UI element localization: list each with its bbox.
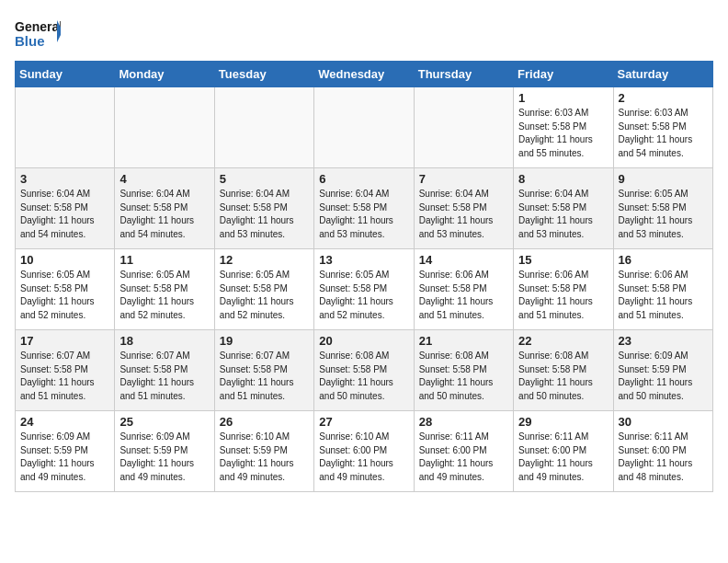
calendar-cell: 9 Sunrise: 6:05 AM Sunset: 5:58 PM Dayli… [613,168,712,249]
calendar-cell: 15 Sunrise: 6:06 AM Sunset: 5:58 PM Dayl… [514,249,613,330]
calendar-cell: 16 Sunrise: 6:06 AM Sunset: 5:58 PM Dayl… [613,249,712,330]
day-number: 6 [319,172,408,186]
calendar-cell [314,87,414,168]
day-info: Sunrise: 6:04 AM Sunset: 5:58 PM Dayligh… [319,188,408,241]
day-info: Sunrise: 6:04 AM Sunset: 5:58 PM Dayligh… [518,188,608,241]
day-info: Sunrise: 6:10 AM Sunset: 6:00 PM Dayligh… [319,431,408,484]
week-row-2: 3 Sunrise: 6:04 AM Sunset: 5:58 PM Dayli… [16,168,713,249]
day-number: 19 [220,334,309,348]
day-number: 18 [119,334,209,348]
day-info: Sunrise: 6:04 AM Sunset: 5:58 PM Dayligh… [419,188,508,241]
day-info: Sunrise: 6:05 AM Sunset: 5:58 PM Dayligh… [119,269,209,322]
col-header-thursday: Thursday [414,62,513,87]
calendar-cell: 4 Sunrise: 6:04 AM Sunset: 5:58 PM Dayli… [115,168,214,249]
day-number: 26 [220,415,309,429]
day-number: 14 [419,253,508,267]
day-info: Sunrise: 6:11 AM Sunset: 6:00 PM Dayligh… [518,431,608,484]
day-info: Sunrise: 6:09 AM Sunset: 5:59 PM Dayligh… [20,431,109,484]
calendar-cell: 23 Sunrise: 6:09 AM Sunset: 5:59 PM Dayl… [613,330,712,411]
day-number: 5 [220,172,309,186]
day-number: 9 [619,172,708,186]
calendar-table: SundayMondayTuesdayWednesdayThursdayFrid… [15,61,713,492]
calendar-cell: 30 Sunrise: 6:11 AM Sunset: 6:00 PM Dayl… [613,411,712,492]
day-number: 27 [319,415,408,429]
day-number: 30 [619,415,708,429]
day-info: Sunrise: 6:07 AM Sunset: 5:58 PM Dayligh… [119,350,209,403]
calendar-cell: 2 Sunrise: 6:03 AM Sunset: 5:58 PM Dayli… [613,87,712,168]
col-header-wednesday: Wednesday [314,62,414,87]
day-number: 11 [119,253,209,267]
day-info: Sunrise: 6:11 AM Sunset: 6:00 PM Dayligh… [619,431,708,484]
col-header-saturday: Saturday [613,62,712,87]
day-info: Sunrise: 6:11 AM Sunset: 6:00 PM Dayligh… [419,431,508,484]
calendar-cell [16,87,115,168]
week-row-1: 1 Sunrise: 6:03 AM Sunset: 5:58 PM Dayli… [16,87,713,168]
calendar-cell: 21 Sunrise: 6:08 AM Sunset: 5:58 PM Dayl… [414,330,513,411]
day-number: 4 [119,172,209,186]
calendar-cell: 22 Sunrise: 6:08 AM Sunset: 5:58 PM Dayl… [514,330,613,411]
day-number: 10 [20,253,109,267]
day-number: 17 [20,334,109,348]
day-number: 24 [20,415,109,429]
calendar-cell: 20 Sunrise: 6:08 AM Sunset: 5:58 PM Dayl… [314,330,414,411]
day-number: 7 [419,172,508,186]
calendar-cell: 10 Sunrise: 6:05 AM Sunset: 5:58 PM Dayl… [16,249,115,330]
day-info: Sunrise: 6:08 AM Sunset: 5:58 PM Dayligh… [518,350,608,403]
day-number: 15 [518,253,608,267]
day-number: 1 [518,91,608,105]
day-info: Sunrise: 6:08 AM Sunset: 5:58 PM Dayligh… [419,350,508,403]
week-row-3: 10 Sunrise: 6:05 AM Sunset: 5:58 PM Dayl… [16,249,713,330]
calendar-cell: 19 Sunrise: 6:07 AM Sunset: 5:58 PM Dayl… [214,330,313,411]
day-info: Sunrise: 6:04 AM Sunset: 5:58 PM Dayligh… [20,188,109,241]
header-row: SundayMondayTuesdayWednesdayThursdayFrid… [16,62,713,87]
col-header-friday: Friday [514,62,613,87]
day-number: 20 [319,334,408,348]
week-row-4: 17 Sunrise: 6:07 AM Sunset: 5:58 PM Dayl… [16,330,713,411]
calendar-cell: 29 Sunrise: 6:11 AM Sunset: 6:00 PM Dayl… [514,411,613,492]
day-info: Sunrise: 6:05 AM Sunset: 5:58 PM Dayligh… [20,269,109,322]
day-info: Sunrise: 6:07 AM Sunset: 5:58 PM Dayligh… [220,350,309,403]
calendar-cell: 5 Sunrise: 6:04 AM Sunset: 5:58 PM Dayli… [214,168,313,249]
day-info: Sunrise: 6:08 AM Sunset: 5:58 PM Dayligh… [319,350,408,403]
calendar-cell: 28 Sunrise: 6:11 AM Sunset: 6:00 PM Dayl… [414,411,513,492]
logo: General Blue [15,15,61,53]
week-row-5: 24 Sunrise: 6:09 AM Sunset: 5:59 PM Dayl… [16,411,713,492]
day-number: 22 [518,334,608,348]
day-info: Sunrise: 6:09 AM Sunset: 5:59 PM Dayligh… [119,431,209,484]
calendar-cell: 7 Sunrise: 6:04 AM Sunset: 5:58 PM Dayli… [414,168,513,249]
day-number: 2 [619,91,708,105]
col-header-tuesday: Tuesday [214,62,313,87]
day-number: 3 [20,172,109,186]
calendar-cell [414,87,513,168]
day-number: 21 [419,334,508,348]
day-info: Sunrise: 6:06 AM Sunset: 5:58 PM Dayligh… [619,269,708,322]
calendar-cell: 8 Sunrise: 6:04 AM Sunset: 5:58 PM Dayli… [514,168,613,249]
day-number: 13 [319,253,408,267]
calendar-cell: 25 Sunrise: 6:09 AM Sunset: 5:59 PM Dayl… [115,411,214,492]
day-info: Sunrise: 6:05 AM Sunset: 5:58 PM Dayligh… [220,269,309,322]
calendar-cell: 13 Sunrise: 6:05 AM Sunset: 5:58 PM Dayl… [314,249,414,330]
day-info: Sunrise: 6:07 AM Sunset: 5:58 PM Dayligh… [20,350,109,403]
day-info: Sunrise: 6:04 AM Sunset: 5:58 PM Dayligh… [220,188,309,241]
calendar-cell: 18 Sunrise: 6:07 AM Sunset: 5:58 PM Dayl… [115,330,214,411]
day-info: Sunrise: 6:06 AM Sunset: 5:58 PM Dayligh… [419,269,508,322]
day-info: Sunrise: 6:10 AM Sunset: 5:59 PM Dayligh… [220,431,309,484]
calendar-cell: 26 Sunrise: 6:10 AM Sunset: 5:59 PM Dayl… [214,411,313,492]
day-number: 16 [619,253,708,267]
svg-text:General: General [15,19,61,34]
calendar-cell: 17 Sunrise: 6:07 AM Sunset: 5:58 PM Dayl… [16,330,115,411]
calendar-cell [214,87,313,168]
day-number: 29 [518,415,608,429]
day-info: Sunrise: 6:05 AM Sunset: 5:58 PM Dayligh… [619,188,708,241]
day-info: Sunrise: 6:05 AM Sunset: 5:58 PM Dayligh… [319,269,408,322]
calendar-cell: 1 Sunrise: 6:03 AM Sunset: 5:58 PM Dayli… [514,87,613,168]
day-info: Sunrise: 6:06 AM Sunset: 5:58 PM Dayligh… [518,269,608,322]
day-number: 8 [518,172,608,186]
day-info: Sunrise: 6:03 AM Sunset: 5:58 PM Dayligh… [619,107,708,160]
day-number: 25 [119,415,209,429]
day-info: Sunrise: 6:09 AM Sunset: 5:59 PM Dayligh… [619,350,708,403]
calendar-cell: 3 Sunrise: 6:04 AM Sunset: 5:58 PM Dayli… [16,168,115,249]
col-header-sunday: Sunday [16,62,115,87]
calendar-cell: 6 Sunrise: 6:04 AM Sunset: 5:58 PM Dayli… [314,168,414,249]
day-number: 12 [220,253,309,267]
